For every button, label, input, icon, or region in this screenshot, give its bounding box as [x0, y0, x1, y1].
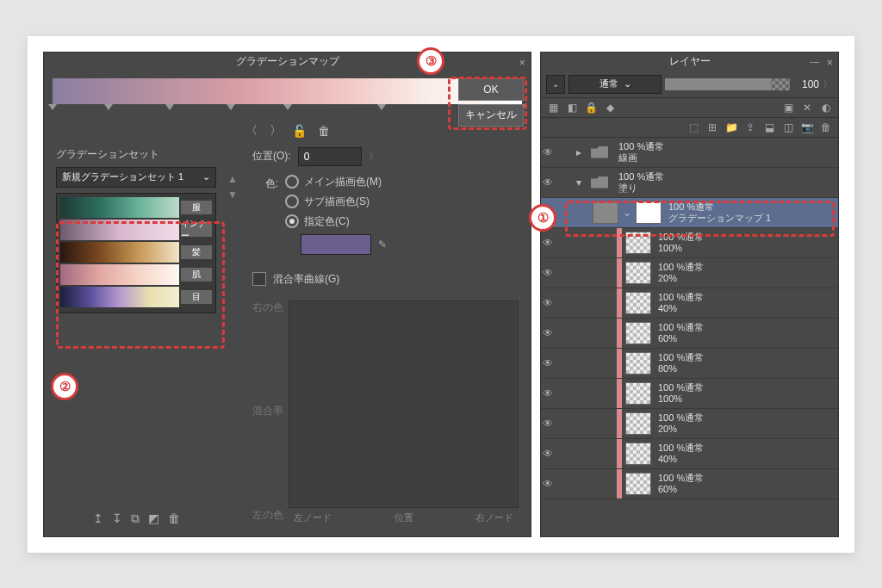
- cancel-button[interactable]: キャンセル: [458, 104, 524, 127]
- opacity-slider[interactable]: [665, 78, 790, 90]
- replace-icon[interactable]: ◩: [148, 511, 159, 526]
- gradient-stops[interactable]: [53, 104, 522, 115]
- layer-label: 100 %通常80%: [658, 352, 704, 373]
- duplicate-icon[interactable]: ⧉: [131, 511, 140, 526]
- layer-folder[interactable]: 👁▾100 %通常塗り: [541, 168, 838, 198]
- visibility-icon[interactable]: 👁: [541, 237, 555, 249]
- ok-button[interactable]: OK: [458, 78, 524, 101]
- raster-layer[interactable]: 👁100 %通常60%: [541, 469, 838, 499]
- mask-thumbnail: [636, 201, 662, 224]
- gradient-stop[interactable]: [104, 104, 113, 110]
- layer-list: 👁▸100 %通常線画👁▾100 %通常塗り👁⌄100 %通常グラデーションマッ…: [541, 138, 838, 536]
- lock-icon[interactable]: 🔓: [292, 124, 307, 138]
- visibility-icon[interactable]: 👁: [541, 146, 555, 158]
- lock-pixels-icon[interactable]: ▦: [546, 102, 560, 114]
- visibility-icon[interactable]: 👁: [541, 357, 555, 369]
- radio-sub-color[interactable]: サブ描画色(S): [285, 195, 387, 209]
- merge-icon[interactable]: ⬓: [762, 121, 776, 133]
- raster-layer[interactable]: 👁100 %通常20%: [541, 258, 838, 288]
- visibility-icon[interactable]: 👁: [541, 448, 555, 460]
- combine-icon[interactable]: ◫: [781, 121, 795, 133]
- color-label: 色:: [252, 176, 278, 191]
- collapse-icon[interactable]: —: [810, 56, 819, 66]
- position-label: 位置(O):: [252, 149, 291, 164]
- transfer-icon[interactable]: ⇪: [743, 121, 757, 133]
- layer-folder[interactable]: 👁▸100 %通常線画: [541, 138, 838, 168]
- gradient-preset-row[interactable]: 服: [60, 197, 212, 218]
- expander-icon[interactable]: ▸: [574, 146, 584, 158]
- color-swatch[interactable]: [301, 234, 371, 255]
- layer-label: 100 %通常40%: [658, 443, 704, 463]
- close-icon[interactable]: ×: [519, 56, 525, 69]
- blend-mode-dropdown[interactable]: 通常⌄: [568, 75, 662, 94]
- radio-specified-color[interactable]: 指定色(C): [285, 214, 387, 229]
- reference-icon[interactable]: ◆: [603, 102, 617, 114]
- gradient-preset-row[interactable]: 肌: [60, 264, 212, 285]
- visibility-icon[interactable]: 👁: [541, 327, 555, 339]
- raster-layer[interactable]: 👁100 %通常100%: [541, 228, 838, 258]
- gradient-stop[interactable]: [283, 104, 292, 110]
- opacity-step-icon[interactable]: 〉: [823, 77, 833, 91]
- gradient-preset-row[interactable]: インナー: [60, 220, 212, 240]
- layer-label: 100 %通常40%: [658, 292, 704, 313]
- gradient-preset-tag: 髪: [181, 245, 212, 259]
- palette-icon[interactable]: ⬚: [686, 121, 700, 133]
- gradient-preset-tag: 服: [181, 201, 212, 214]
- mix-curve-checkbox[interactable]: [252, 272, 266, 286]
- layers-close-icon[interactable]: ×: [826, 56, 833, 69]
- raster-layer[interactable]: 👁100 %通常40%: [541, 439, 838, 469]
- layer-color-icon[interactable]: ◐: [819, 102, 833, 114]
- gradient-preset-tag: 肌: [181, 268, 212, 282]
- eyedropper-icon[interactable]: ✎: [378, 238, 387, 251]
- position-input[interactable]: 0: [298, 147, 362, 166]
- visibility-icon[interactable]: 👁: [541, 267, 555, 279]
- export-icon[interactable]: ↧: [112, 511, 122, 526]
- visibility-icon[interactable]: 👁: [541, 297, 555, 309]
- raster-layer[interactable]: 👁100 %通常20%: [541, 409, 838, 439]
- trash-layer-icon[interactable]: 🗑: [819, 121, 833, 133]
- position-step-icon[interactable]: 〉: [369, 149, 379, 164]
- layer-mode-icon[interactable]: ⌄: [546, 75, 565, 94]
- right-color-label: 右の色: [252, 300, 283, 315]
- prev-icon[interactable]: 〈: [244, 123, 259, 139]
- raster-layer[interactable]: 👁100 %通常100%: [541, 379, 838, 409]
- gradient-stop[interactable]: [48, 104, 57, 110]
- delete-icon[interactable]: 🗑: [168, 511, 180, 526]
- gradient-set-dropdown[interactable]: 新規グラデーションセット 1 ⌄: [56, 167, 216, 188]
- raster-layer[interactable]: 👁100 %通常80%: [541, 349, 838, 379]
- trash-icon[interactable]: 🗑: [316, 124, 332, 138]
- layer-thumbnail: [625, 292, 651, 314]
- lock-icon[interactable]: 🔒: [584, 102, 598, 114]
- gradient-properties: 位置(O): 0 〉 色: メイン描画色(M) サブ描画色(S) 指定色(C) …: [240, 139, 531, 536]
- mix-curve-canvas[interactable]: [289, 300, 519, 508]
- visibility-icon[interactable]: 👁: [541, 387, 555, 399]
- adjustment-layer[interactable]: 👁⌄100 %通常グラデーションマップ 1: [541, 198, 838, 228]
- visibility-icon[interactable]: 👁: [541, 478, 555, 490]
- gradient-map-dialog: グラデーションマップ × OK キャンセル 〈 〉 🔓 🗑 グラデーションセット…: [43, 52, 531, 537]
- camera-icon[interactable]: 📷: [800, 121, 814, 133]
- move-up-icon[interactable]: ▲: [227, 173, 238, 185]
- gradient-preset-row[interactable]: 髪: [60, 242, 212, 263]
- raster-layer[interactable]: 👁100 %通常40%: [541, 288, 838, 319]
- chevron-down-icon[interactable]: ⌄: [622, 207, 632, 219]
- gradient-preset-row[interactable]: 目: [60, 287, 212, 307]
- layer-toolbar-2: ⬚ ⊞ 📁 ⇪ ⬓ ◫ 📷 🗑: [541, 118, 838, 138]
- gradient-stop[interactable]: [377, 104, 386, 110]
- layer-toolbar-1: ▦ ◧ 🔒 ◆ ▣ ✕ ◐: [541, 98, 838, 118]
- move-down-icon[interactable]: ▼: [227, 189, 238, 201]
- mask-icon[interactable]: ▣: [781, 102, 795, 114]
- ruler-icon[interactable]: ✕: [800, 102, 814, 114]
- next-icon[interactable]: 〉: [268, 123, 283, 139]
- gradient-stop[interactable]: [227, 104, 235, 110]
- raster-layer[interactable]: 👁100 %通常60%: [541, 319, 838, 349]
- gradient-preview-strip[interactable]: [53, 78, 522, 104]
- visibility-icon[interactable]: 👁: [541, 176, 555, 189]
- expander-icon[interactable]: ▾: [574, 176, 584, 189]
- clip-icon[interactable]: ◧: [565, 102, 579, 114]
- visibility-icon[interactable]: 👁: [541, 418, 555, 430]
- import-icon[interactable]: ↥: [93, 511, 103, 526]
- gradient-stop[interactable]: [165, 104, 174, 110]
- new-folder-icon[interactable]: 📁: [724, 121, 738, 133]
- new-layer-icon[interactable]: ⊞: [705, 121, 719, 133]
- radio-main-color[interactable]: メイン描画色(M): [285, 175, 387, 189]
